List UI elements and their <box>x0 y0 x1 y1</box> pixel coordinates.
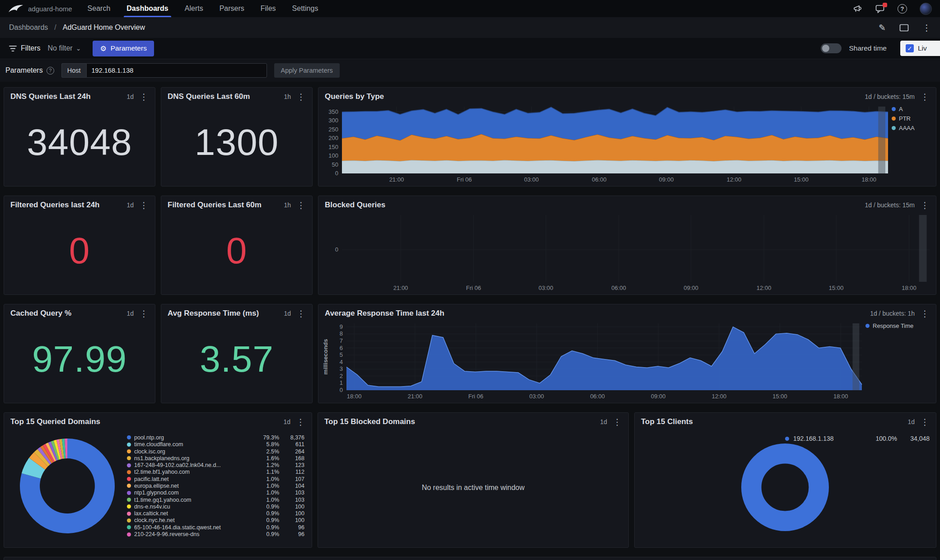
legend-row[interactable]: ntp1.glypnod.com1.0%103 <box>127 490 304 496</box>
blocked-queries-chart[interactable]: 21:00Fri 0603:0006:0009:0012:0015:0018:0… <box>321 211 932 294</box>
dashboard-menu-icon[interactable]: ⋮ <box>922 23 931 33</box>
top-queried-domains-donut[interactable] <box>8 430 127 541</box>
legend-item[interactable]: AAAA <box>892 125 931 131</box>
svg-text:100: 100 <box>328 152 338 159</box>
svg-text:2: 2 <box>340 373 343 379</box>
panel-menu-button[interactable]: ⋮ <box>612 418 623 426</box>
breadcrumb-bar: Dashboards / AdGuard Home Overview ✎ ⋮ <box>0 17 940 38</box>
legend-dot-icon <box>892 126 896 130</box>
panel-menu-button[interactable]: ⋮ <box>295 309 307 318</box>
stat-value: 3.57 <box>161 320 312 403</box>
stat-value: 34048 <box>4 103 155 186</box>
edit-dashboard-icon[interactable]: ✎ <box>879 23 886 33</box>
legend-item[interactable]: A <box>892 106 931 112</box>
legend-row[interactable]: t1.time.gq1.yahoo.com1.0%103 <box>127 496 304 503</box>
panel-time-badge: 1d <box>600 418 607 425</box>
notifications-icon[interactable] <box>875 5 885 13</box>
legend-count: 123 <box>279 462 304 468</box>
legend-dot-icon <box>865 324 870 328</box>
help-icon[interactable]: ? <box>898 4 907 14</box>
svg-text:03:00: 03:00 <box>524 176 539 183</box>
legend-item[interactable]: Response Time <box>865 322 931 329</box>
info-icon[interactable]: ? <box>47 67 54 75</box>
panel-menu-button[interactable]: ⋮ <box>919 418 931 426</box>
legend-row[interactable]: clock.nyc.he.net0.9%100 <box>127 517 304 524</box>
chart-legend: APTRAAAA <box>891 103 932 185</box>
panel-menu-button[interactable]: ⋮ <box>919 309 931 318</box>
legend-label: 192.168.1.138 <box>793 435 867 442</box>
legend-item[interactable]: PTR <box>892 115 931 122</box>
legend-dot-icon <box>892 117 896 121</box>
panel-time-badge: 1d <box>283 418 290 425</box>
announcements-icon[interactable] <box>853 5 863 13</box>
legend-row[interactable]: time.cloudflare.com5.8%611 <box>127 441 304 448</box>
panel-menu-button[interactable]: ⋮ <box>919 93 931 101</box>
shared-time-toggle[interactable] <box>821 43 842 53</box>
svg-text:06:00: 06:00 <box>592 176 607 183</box>
panel-blocked-queries: Blocked Queries 1d / buckets: 15m ⋮ 21:0… <box>318 196 936 295</box>
nav-item-settings[interactable]: Settings <box>292 0 318 17</box>
legend-row[interactable]: 192.168.1.138100.0%34,048 <box>785 434 930 443</box>
svg-text:150: 150 <box>328 144 338 150</box>
panel-top-queried-domains: Top 15 Queried Domains 1d ⋮ pool.ntp.org… <box>4 412 312 548</box>
panel-menu-button[interactable]: ⋮ <box>295 418 306 426</box>
host-input[interactable] <box>86 63 267 78</box>
legend-row[interactable]: pacific.latt.net1.0%107 <box>127 476 304 482</box>
workspace-name[interactable]: adguard-home <box>28 5 72 13</box>
app-logo-icon[interactable] <box>8 4 23 14</box>
live-checkbox[interactable]: ✓ <box>906 44 914 52</box>
legend-dot-icon <box>127 435 131 439</box>
user-avatar[interactable] <box>920 3 932 15</box>
legend-row[interactable]: dns-e.ns4v.icu0.9%100 <box>127 503 304 510</box>
legend-dot-icon <box>127 443 131 447</box>
legend-row[interactable]: 210-224-9-96.reverse-dns0.9%96 <box>127 531 304 537</box>
parameters-row: Parameters ? Host Apply Parameters <box>0 59 940 82</box>
avg-response-time-chart[interactable]: 18:0021:00Fri 0603:0006:0009:0012:0015:0… <box>321 320 865 402</box>
legend-row[interactable]: 167-248-49-102.oa02.lnk04.ne.d...1.2%123 <box>127 462 304 468</box>
panel-menu-button[interactable]: ⋮ <box>138 309 150 318</box>
queries-by-type-chart[interactable]: 21:00Fri 0603:0006:0009:0012:0015:0018:0… <box>321 103 891 185</box>
svg-text:09:00: 09:00 <box>684 285 699 291</box>
panel-dns-queries-last-24h: DNS Queries Last 24h 1d ⋮ 34048 <box>4 87 155 187</box>
legend-percent: 1.1% <box>257 469 279 475</box>
nav-item-files[interactable]: Files <box>261 0 276 17</box>
nav-item-dashboards[interactable]: Dashboards <box>126 0 168 17</box>
apply-parameters-button[interactable]: Apply Parameters <box>274 63 340 78</box>
filter-select[interactable]: No filter ⌄ <box>48 44 81 52</box>
legend-count: 107 <box>279 476 304 482</box>
svg-text:50: 50 <box>332 161 338 168</box>
legend-percent: 0.9% <box>257 524 279 531</box>
legend-row[interactable]: europa.ellipse.net1.0%104 <box>127 482 304 489</box>
legend-dot-icon <box>785 437 789 441</box>
host-parameter: Host <box>61 63 267 78</box>
svg-text:350: 350 <box>328 108 338 115</box>
legend-percent: 1.2% <box>257 462 279 468</box>
legend-row[interactable]: clock.isc.org2.5%264 <box>127 448 304 455</box>
top-clients-donut[interactable] <box>733 433 837 541</box>
breadcrumb-root[interactable]: Dashboards <box>9 23 48 32</box>
nav-item-alerts[interactable]: Alerts <box>185 0 203 17</box>
parameters-button[interactable]: ⚙ Parameters <box>93 41 154 56</box>
svg-text:200: 200 <box>328 135 338 141</box>
panel-menu-button[interactable]: ⋮ <box>138 201 150 210</box>
svg-text:18:00: 18:00 <box>861 176 876 183</box>
panel-time-badge: 1d <box>126 201 134 209</box>
nav-item-parsers[interactable]: Parsers <box>220 0 244 17</box>
panel-queries-by-type: Queries by Type 1d / buckets: 15m ⋮ 21:0… <box>318 87 936 187</box>
panel-menu-button[interactable]: ⋮ <box>295 201 307 210</box>
svg-text:06:00: 06:00 <box>590 393 605 400</box>
legend-row[interactable]: ns1.backplanedns.org1.6%168 <box>127 455 304 462</box>
panel-menu-button[interactable]: ⋮ <box>295 93 307 101</box>
legend-row[interactable]: pool.ntp.org79.3%8,376 <box>127 434 304 441</box>
filters-button[interactable]: Filters <box>9 44 41 52</box>
legend-label: ns1.backplanedns.org <box>134 455 257 462</box>
fullscreen-mode-icon[interactable] <box>899 24 909 32</box>
panel-time-badge: 1d / buckets: 15m <box>865 201 915 209</box>
legend-row[interactable]: t2.time.bf1.yahoo.com1.1%112 <box>127 469 304 476</box>
nav-item-search[interactable]: Search <box>88 0 111 17</box>
panel-menu-button[interactable]: ⋮ <box>138 93 150 101</box>
legend-row[interactable]: 65-100-46-164.dia.static.qwest.net0.9%96 <box>127 524 304 531</box>
legend-count: 264 <box>279 448 304 455</box>
legend-row[interactable]: lax.caltick.net0.9%100 <box>127 510 304 517</box>
panel-menu-button[interactable]: ⋮ <box>919 201 931 210</box>
